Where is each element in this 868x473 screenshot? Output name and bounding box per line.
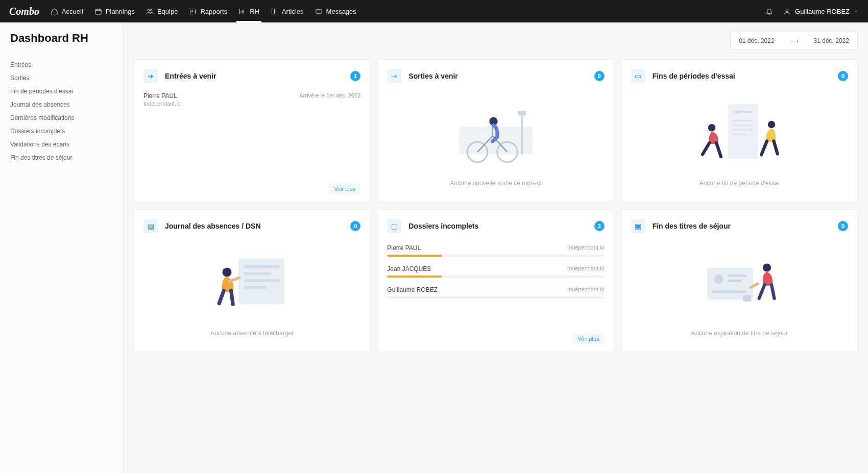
svg-rect-30	[728, 280, 742, 282]
list-item[interactable]: Pierre PAUL Indépendant.io	[387, 240, 604, 261]
svg-rect-22	[244, 265, 279, 268]
svg-rect-12	[518, 111, 526, 115]
chevron-down-icon	[854, 9, 859, 14]
dossier-name: Guillaume ROBEZ	[387, 286, 438, 293]
dossier-loc: Indépendant.io	[567, 265, 605, 272]
sidebar-item-essai[interactable]: Fin de périodes d'essai	[10, 85, 113, 98]
card-dossiers: ▢ Dossiers incomplets 3 Pierre PAUL Indé…	[377, 209, 614, 352]
dossier-name: Pierre PAUL	[387, 244, 421, 252]
arrow-right-icon: ⟶	[790, 37, 799, 44]
sidebar-item-entrees[interactable]: Entrées	[10, 58, 113, 71]
nav-rh[interactable]: RH	[238, 0, 259, 22]
message-icon	[315, 8, 323, 15]
sidebar-item-absences[interactable]: Journal des absences	[10, 98, 113, 111]
dossier-name: Jean JACQUES	[387, 265, 431, 272]
card-essai-title: Fins de périodes d'essai	[653, 72, 831, 80]
svg-rect-32	[743, 295, 752, 302]
nav-plannings-label: Plannings	[106, 8, 135, 15]
voir-plus-button[interactable]: Voir plus	[572, 333, 604, 344]
nav-plannings[interactable]: Plannings	[94, 0, 135, 22]
empty-text: Aucune fin de période d'essai	[700, 180, 780, 187]
progress-bar	[387, 296, 604, 298]
nav-reports[interactable]: Rapports	[189, 0, 227, 22]
voir-plus-button[interactable]: Voir plus	[329, 183, 360, 194]
nav-messages[interactable]: Messages	[315, 0, 356, 22]
svg-rect-25	[244, 286, 267, 289]
card-sorties-title: Sorties à venir	[408, 72, 587, 80]
id-illustration	[693, 248, 785, 319]
team-icon	[146, 8, 154, 15]
svg-point-28	[714, 275, 724, 284]
sidebar-item-sejour[interactable]: Fin des titres de séjour	[10, 151, 113, 164]
card-entrees: ➜ Entrées à venir 1 Pierre PAUL Indépend…	[134, 59, 370, 202]
bicycle-illustration	[450, 98, 542, 169]
logo[interactable]: Combo	[9, 6, 39, 17]
nav-articles[interactable]: Articles	[271, 0, 304, 22]
page-title: Dashboard RH	[10, 32, 113, 45]
book-icon	[271, 8, 278, 15]
nav-team-label: Equipe	[157, 8, 178, 15]
card-dossiers-title: Dossiers incomplets	[408, 222, 587, 230]
entry-detail: Arrivé·e le 1er déc. 2022	[299, 92, 360, 107]
card-absences-title: Journal des absences / DSN	[165, 222, 343, 230]
list-item[interactable]: Pierre PAUL Indépendant.io Arrivé·e le 1…	[143, 90, 360, 109]
user-name: Guillaume ROBEZ	[795, 8, 850, 15]
svg-text:CONTRAT: CONTRAT	[733, 110, 753, 114]
login-icon: ➜	[143, 69, 158, 83]
sidebar-item-ecarts[interactable]: Validations des écarts	[10, 138, 113, 151]
nav-messages-label: Messages	[326, 8, 356, 15]
briefcase-icon: ▭	[631, 69, 645, 83]
nav-rh-label: RH	[250, 8, 259, 15]
user-menu[interactable]: Guillaume ROBEZ	[783, 8, 859, 15]
entry-name: Pierre PAUL	[143, 92, 181, 99]
svg-point-33	[763, 263, 771, 271]
top-header: Combo Accueil Plannings Equipe Rapports …	[0, 0, 868, 22]
svg-rect-29	[728, 275, 746, 277]
bell-icon[interactable]	[765, 8, 773, 15]
nav-home-label: Accueil	[62, 8, 83, 15]
list-item[interactable]: Jean JACQUES Indépendant.io	[387, 261, 604, 282]
svg-rect-11	[521, 113, 523, 155]
card-entrees-count: 1	[350, 71, 360, 81]
nav-team[interactable]: Equipe	[146, 0, 178, 22]
date-to: 31 déc. 2022	[814, 37, 849, 44]
sidebar: Dashboard RH Entrées Sorties Fin de péri…	[0, 22, 124, 473]
document-icon: ▤	[143, 219, 158, 233]
svg-rect-17	[733, 129, 754, 131]
card-entrees-title: Entrées à venir	[165, 72, 343, 80]
sidebar-item-sorties[interactable]: Sorties	[10, 71, 113, 85]
empty-text: Aucune expiration de titre de séjour	[691, 330, 788, 337]
sidebar-item-dossiers[interactable]: Dossiers incomplets	[10, 125, 113, 138]
svg-rect-27	[707, 268, 753, 300]
date-range-picker[interactable]: 01 déc. 2022 ⟶ 31 déc. 2022	[730, 32, 858, 50]
date-from: 01 déc. 2022	[739, 37, 774, 44]
empty-text: Aucune absence à télécharger	[210, 330, 294, 337]
calendar-icon	[94, 8, 102, 15]
card-sejour-title: Fin des titres de séjour	[653, 222, 831, 230]
svg-point-19	[708, 124, 715, 131]
card-essai: ▭ Fins de périodes d'essai 0 CONTRAT	[621, 59, 858, 202]
main-nav: Accueil Plannings Equipe Rapports RH Art…	[51, 0, 356, 22]
nav-home[interactable]: Accueil	[51, 0, 83, 22]
card-sorties-count: 0	[594, 71, 605, 81]
progress-bar	[387, 255, 604, 257]
user-icon	[783, 8, 791, 15]
nav-reports-label: Rapports	[200, 8, 227, 15]
svg-rect-15	[733, 120, 754, 121]
list-item[interactable]: Guillaume ROBEZ Indépendant.io	[387, 282, 604, 303]
card-sorties: ⇢ Sorties à venir 0	[377, 59, 614, 202]
progress-bar	[387, 276, 604, 278]
dossier-loc: Indépendant.io	[567, 244, 605, 252]
card-absences-count: 0	[350, 221, 360, 231]
svg-rect-18	[733, 134, 746, 135]
card-essai-count: 0	[838, 71, 848, 81]
reports-icon	[189, 8, 197, 15]
svg-rect-23	[244, 272, 271, 275]
svg-point-1	[148, 9, 150, 11]
svg-point-26	[222, 268, 231, 277]
id-card-icon: ▣	[631, 219, 645, 233]
contract-illustration: CONTRAT	[693, 98, 785, 169]
svg-rect-31	[712, 291, 746, 293]
list-illustration	[206, 248, 298, 319]
sidebar-item-modifications[interactable]: Dernières modifications	[10, 111, 113, 125]
